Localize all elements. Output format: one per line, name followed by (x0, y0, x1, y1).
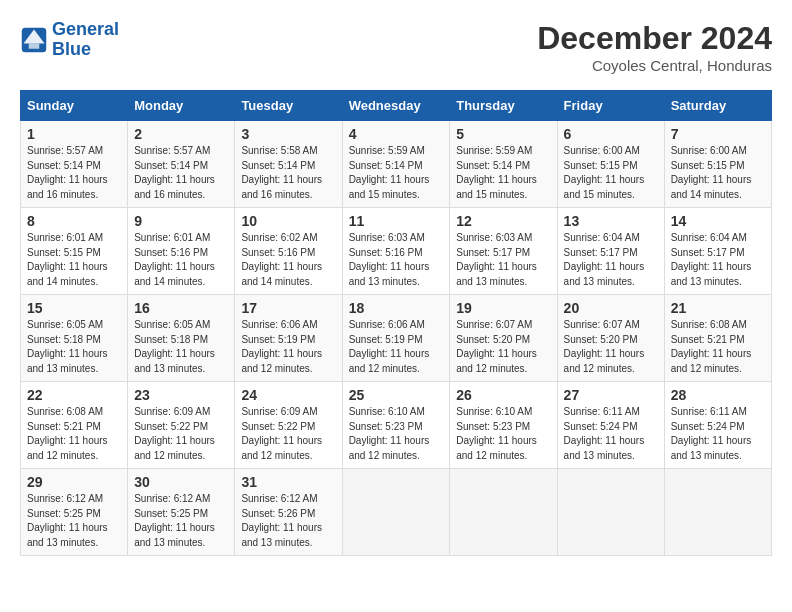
logo-line1: General (52, 19, 119, 39)
day-info: Sunrise: 6:04 AMSunset: 5:17 PMDaylight:… (564, 231, 658, 289)
calendar-cell: 6Sunrise: 6:00 AMSunset: 5:15 PMDaylight… (557, 121, 664, 208)
day-info: Sunrise: 6:01 AMSunset: 5:16 PMDaylight:… (134, 231, 228, 289)
day-info: Sunrise: 6:03 AMSunset: 5:17 PMDaylight:… (456, 231, 550, 289)
weekday-header-saturday: Saturday (664, 91, 771, 121)
day-number: 7 (671, 126, 765, 142)
day-number: 9 (134, 213, 228, 229)
calendar-week-row: 1Sunrise: 5:57 AMSunset: 5:14 PMDaylight… (21, 121, 772, 208)
day-info: Sunrise: 6:08 AMSunset: 5:21 PMDaylight:… (27, 405, 121, 463)
calendar-cell: 10Sunrise: 6:02 AMSunset: 5:16 PMDayligh… (235, 208, 342, 295)
day-number: 2 (134, 126, 228, 142)
calendar-cell (342, 469, 450, 556)
day-number: 22 (27, 387, 121, 403)
calendar-cell (450, 469, 557, 556)
day-info: Sunrise: 6:08 AMSunset: 5:21 PMDaylight:… (671, 318, 765, 376)
calendar-cell: 31Sunrise: 6:12 AMSunset: 5:26 PMDayligh… (235, 469, 342, 556)
day-info: Sunrise: 6:10 AMSunset: 5:23 PMDaylight:… (349, 405, 444, 463)
day-info: Sunrise: 5:57 AMSunset: 5:14 PMDaylight:… (27, 144, 121, 202)
weekday-header-tuesday: Tuesday (235, 91, 342, 121)
day-info: Sunrise: 5:57 AMSunset: 5:14 PMDaylight:… (134, 144, 228, 202)
day-number: 3 (241, 126, 335, 142)
calendar-cell: 30Sunrise: 6:12 AMSunset: 5:25 PMDayligh… (128, 469, 235, 556)
day-number: 1 (27, 126, 121, 142)
day-info: Sunrise: 6:12 AMSunset: 5:25 PMDaylight:… (134, 492, 228, 550)
calendar-cell: 9Sunrise: 6:01 AMSunset: 5:16 PMDaylight… (128, 208, 235, 295)
day-number: 11 (349, 213, 444, 229)
day-info: Sunrise: 6:04 AMSunset: 5:17 PMDaylight:… (671, 231, 765, 289)
day-number: 12 (456, 213, 550, 229)
calendar-cell: 14Sunrise: 6:04 AMSunset: 5:17 PMDayligh… (664, 208, 771, 295)
day-number: 28 (671, 387, 765, 403)
day-info: Sunrise: 6:07 AMSunset: 5:20 PMDaylight:… (564, 318, 658, 376)
calendar-week-row: 15Sunrise: 6:05 AMSunset: 5:18 PMDayligh… (21, 295, 772, 382)
day-number: 13 (564, 213, 658, 229)
calendar-cell: 17Sunrise: 6:06 AMSunset: 5:19 PMDayligh… (235, 295, 342, 382)
calendar-cell: 1Sunrise: 5:57 AMSunset: 5:14 PMDaylight… (21, 121, 128, 208)
calendar-week-row: 8Sunrise: 6:01 AMSunset: 5:15 PMDaylight… (21, 208, 772, 295)
day-number: 14 (671, 213, 765, 229)
calendar-cell: 12Sunrise: 6:03 AMSunset: 5:17 PMDayligh… (450, 208, 557, 295)
logo-icon (20, 26, 48, 54)
logo: General Blue (20, 20, 119, 60)
day-info: Sunrise: 6:03 AMSunset: 5:16 PMDaylight:… (349, 231, 444, 289)
calendar-cell: 29Sunrise: 6:12 AMSunset: 5:25 PMDayligh… (21, 469, 128, 556)
day-number: 23 (134, 387, 228, 403)
day-number: 31 (241, 474, 335, 490)
day-info: Sunrise: 6:10 AMSunset: 5:23 PMDaylight:… (456, 405, 550, 463)
calendar-cell: 26Sunrise: 6:10 AMSunset: 5:23 PMDayligh… (450, 382, 557, 469)
day-info: Sunrise: 6:02 AMSunset: 5:16 PMDaylight:… (241, 231, 335, 289)
day-info: Sunrise: 6:11 AMSunset: 5:24 PMDaylight:… (564, 405, 658, 463)
calendar-cell (664, 469, 771, 556)
weekday-header-friday: Friday (557, 91, 664, 121)
calendar-cell: 27Sunrise: 6:11 AMSunset: 5:24 PMDayligh… (557, 382, 664, 469)
day-info: Sunrise: 6:06 AMSunset: 5:19 PMDaylight:… (349, 318, 444, 376)
page-header: General Blue December 2024 Coyoles Centr… (20, 20, 772, 74)
day-number: 18 (349, 300, 444, 316)
day-info: Sunrise: 6:09 AMSunset: 5:22 PMDaylight:… (241, 405, 335, 463)
calendar-week-row: 22Sunrise: 6:08 AMSunset: 5:21 PMDayligh… (21, 382, 772, 469)
day-number: 16 (134, 300, 228, 316)
calendar-cell: 5Sunrise: 5:59 AMSunset: 5:14 PMDaylight… (450, 121, 557, 208)
day-info: Sunrise: 6:01 AMSunset: 5:15 PMDaylight:… (27, 231, 121, 289)
calendar-week-row: 29Sunrise: 6:12 AMSunset: 5:25 PMDayligh… (21, 469, 772, 556)
day-info: Sunrise: 5:58 AMSunset: 5:14 PMDaylight:… (241, 144, 335, 202)
day-info: Sunrise: 5:59 AMSunset: 5:14 PMDaylight:… (456, 144, 550, 202)
calendar-cell: 18Sunrise: 6:06 AMSunset: 5:19 PMDayligh… (342, 295, 450, 382)
day-number: 30 (134, 474, 228, 490)
svg-rect-2 (29, 43, 40, 48)
day-number: 17 (241, 300, 335, 316)
calendar-cell: 28Sunrise: 6:11 AMSunset: 5:24 PMDayligh… (664, 382, 771, 469)
weekday-header-monday: Monday (128, 91, 235, 121)
day-number: 10 (241, 213, 335, 229)
day-info: Sunrise: 6:11 AMSunset: 5:24 PMDaylight:… (671, 405, 765, 463)
calendar-cell: 4Sunrise: 5:59 AMSunset: 5:14 PMDaylight… (342, 121, 450, 208)
day-number: 5 (456, 126, 550, 142)
calendar-cell: 11Sunrise: 6:03 AMSunset: 5:16 PMDayligh… (342, 208, 450, 295)
day-info: Sunrise: 6:05 AMSunset: 5:18 PMDaylight:… (27, 318, 121, 376)
day-info: Sunrise: 6:07 AMSunset: 5:20 PMDaylight:… (456, 318, 550, 376)
calendar-cell: 8Sunrise: 6:01 AMSunset: 5:15 PMDaylight… (21, 208, 128, 295)
day-info: Sunrise: 6:12 AMSunset: 5:26 PMDaylight:… (241, 492, 335, 550)
day-number: 21 (671, 300, 765, 316)
calendar-header-row: SundayMondayTuesdayWednesdayThursdayFrid… (21, 91, 772, 121)
day-info: Sunrise: 6:00 AMSunset: 5:15 PMDaylight:… (564, 144, 658, 202)
calendar-cell: 22Sunrise: 6:08 AMSunset: 5:21 PMDayligh… (21, 382, 128, 469)
day-number: 15 (27, 300, 121, 316)
day-number: 25 (349, 387, 444, 403)
calendar-cell: 16Sunrise: 6:05 AMSunset: 5:18 PMDayligh… (128, 295, 235, 382)
calendar-cell: 21Sunrise: 6:08 AMSunset: 5:21 PMDayligh… (664, 295, 771, 382)
calendar-cell (557, 469, 664, 556)
day-number: 20 (564, 300, 658, 316)
day-number: 8 (27, 213, 121, 229)
day-info: Sunrise: 6:00 AMSunset: 5:15 PMDaylight:… (671, 144, 765, 202)
calendar-cell: 15Sunrise: 6:05 AMSunset: 5:18 PMDayligh… (21, 295, 128, 382)
calendar-cell: 3Sunrise: 5:58 AMSunset: 5:14 PMDaylight… (235, 121, 342, 208)
calendar-cell: 7Sunrise: 6:00 AMSunset: 5:15 PMDaylight… (664, 121, 771, 208)
day-number: 4 (349, 126, 444, 142)
month-title: December 2024 (537, 20, 772, 57)
day-number: 24 (241, 387, 335, 403)
calendar-cell: 25Sunrise: 6:10 AMSunset: 5:23 PMDayligh… (342, 382, 450, 469)
logo-text: General Blue (52, 20, 119, 60)
day-number: 27 (564, 387, 658, 403)
calendar-cell: 23Sunrise: 6:09 AMSunset: 5:22 PMDayligh… (128, 382, 235, 469)
